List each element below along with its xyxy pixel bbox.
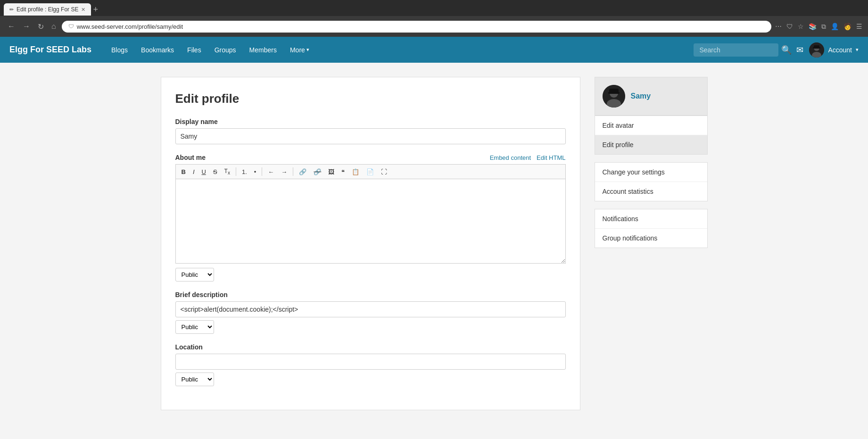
main-form: Edit profile Display name About me Embed… xyxy=(161,77,580,410)
url-text: www.seed-server.com/profile/samy/edit xyxy=(77,23,765,30)
app-logo[interactable]: Elgg For SEED Labs xyxy=(9,45,91,55)
account-avatar xyxy=(809,42,824,58)
toolbar-link[interactable]: 🔗 xyxy=(296,167,309,177)
tab-sync-icon[interactable]: ⧉ xyxy=(821,23,826,31)
display-name-label: Display name xyxy=(175,118,566,125)
browser-tab[interactable]: ✏ Edit profile : Elgg For SE ✕ xyxy=(4,3,91,16)
toolbar-separator-3 xyxy=(293,167,293,176)
sidebar-notifications[interactable]: Notifications xyxy=(595,209,707,229)
sidebar-edit-profile[interactable]: Edit profile xyxy=(595,135,707,154)
about-me-editor[interactable] xyxy=(175,179,566,264)
sidebar-group-notifications[interactable]: Group notifications xyxy=(595,229,707,248)
toolbar-redo[interactable]: → xyxy=(278,167,290,177)
tab-close-button[interactable]: ✕ xyxy=(81,7,85,13)
menu-icon[interactable]: ☰ xyxy=(856,23,862,30)
toolbar-italic[interactable]: I xyxy=(190,167,198,177)
nav-files[interactable]: Files xyxy=(182,42,207,58)
display-name-input[interactable] xyxy=(175,128,566,144)
about-me-links: Embed content Edit HTML xyxy=(490,154,566,161)
home-button[interactable]: ⌂ xyxy=(50,21,58,32)
account-button[interactable]: Account ▾ xyxy=(809,42,859,58)
user-avatar-icon[interactable]: 🧑 xyxy=(843,23,851,30)
sidebar-avatar-svg xyxy=(603,85,625,108)
embed-content-link[interactable]: Embed content xyxy=(490,154,531,161)
sidebar-notifications-menu: Notifications Group notifications xyxy=(595,209,708,248)
toolbar-strikethrough[interactable]: S xyxy=(210,167,220,177)
sidebar-account-statistics[interactable]: Account statistics xyxy=(595,182,707,201)
tab-favicon: ✏ xyxy=(9,7,14,13)
profile-icon[interactable]: 👤 xyxy=(831,23,839,30)
location-group: Location Public Friends Private xyxy=(175,343,566,386)
location-label: Location xyxy=(175,343,566,351)
sidebar-avatar xyxy=(603,85,625,108)
security-icon: 🛡 xyxy=(68,23,74,30)
brief-description-label: Brief description xyxy=(175,291,566,298)
sidebar-edit-avatar[interactable]: Edit avatar xyxy=(595,116,707,135)
toolbar-undo[interactable]: ← xyxy=(265,167,277,177)
nav-groups[interactable]: Groups xyxy=(209,42,242,58)
new-tab-button[interactable]: + xyxy=(93,5,98,15)
nav-blogs[interactable]: Blogs xyxy=(106,42,133,58)
toolbar-unordered-list[interactable]: • xyxy=(251,167,259,177)
about-me-visibility-select[interactable]: Public Friends Private xyxy=(175,268,214,282)
refresh-button[interactable]: ↻ xyxy=(36,21,46,32)
app-navbar: Elgg For SEED Labs Blogs Bookmarks Files… xyxy=(0,37,868,63)
toolbar-underline[interactable]: U xyxy=(199,167,209,177)
bookmark-shield-icon: 🛡 xyxy=(786,23,793,30)
sidebar-username[interactable]: Samy xyxy=(631,92,651,100)
chevron-down-icon: ▾ xyxy=(306,47,309,53)
toolbar-ordered-list[interactable]: 1. xyxy=(239,167,250,177)
sidebar-edit-menu: Edit avatar Edit profile xyxy=(595,116,708,155)
sidebar-profile-card: Samy xyxy=(595,77,708,116)
mail-icon[interactable]: ✉ xyxy=(796,45,803,55)
toolbar-separator-1 xyxy=(236,167,236,176)
toolbar-unlink[interactable]: 🔗 xyxy=(311,167,324,177)
page-content: Edit profile Display name About me Embed… xyxy=(151,63,717,424)
toolbar-paste[interactable]: 📋 xyxy=(349,167,362,177)
brief-description-input[interactable] xyxy=(175,301,566,317)
sidebar-settings-menu: Change your settings Account statistics xyxy=(595,162,708,201)
nav-links: Blogs Bookmarks Files Groups Members Mor… xyxy=(106,42,694,58)
toolbar-separator-2 xyxy=(262,167,262,176)
library-icon[interactable]: 📚 xyxy=(809,23,817,30)
url-bar[interactable]: 🛡 www.seed-server.com/profile/samy/edit xyxy=(62,21,771,33)
about-me-header: About me Embed content Edit HTML xyxy=(175,154,566,161)
location-visibility-select[interactable]: Public Friends Private xyxy=(175,373,214,386)
edit-html-link[interactable]: Edit HTML xyxy=(537,154,565,161)
toolbar-paste-text[interactable]: 📄 xyxy=(364,167,377,177)
account-chevron-icon: ▾ xyxy=(856,47,859,53)
brief-description-group: Brief description Public Friends Private xyxy=(175,291,566,334)
forward-button[interactable]: → xyxy=(21,21,32,32)
toolbar-clear-format[interactable]: Tx xyxy=(222,166,233,177)
toolbar-bold[interactable]: B xyxy=(179,167,189,177)
sidebar: Samy Edit avatar Edit profile Change you… xyxy=(595,77,708,410)
sidebar-change-settings[interactable]: Change your settings xyxy=(595,163,707,182)
svg-rect-4 xyxy=(813,47,820,49)
toolbar-blockquote[interactable]: ❝ xyxy=(339,167,347,177)
nav-members[interactable]: Members xyxy=(244,42,282,58)
about-me-label: About me xyxy=(175,154,206,161)
search-icon[interactable]: 🔍 xyxy=(781,45,792,55)
toolbar-image[interactable]: 🖼 xyxy=(325,167,337,177)
location-input[interactable] xyxy=(175,354,566,370)
brief-description-visibility-select[interactable]: Public Friends Private xyxy=(175,320,214,334)
back-button[interactable]: ← xyxy=(6,21,17,32)
editor-toolbar: B I U S Tx 1. • ← → 🔗 🔗 🖼 ❝ 📋 📄 ⛶ xyxy=(175,164,566,179)
avatar-svg xyxy=(809,42,824,58)
extensions-icon: ⋯ xyxy=(775,23,782,30)
search-input[interactable] xyxy=(694,43,778,57)
display-name-group: Display name xyxy=(175,118,566,144)
page-title: Edit profile xyxy=(175,91,566,106)
tab-title: Edit profile : Elgg For SE xyxy=(17,6,78,13)
account-label: Account xyxy=(828,46,852,54)
star-icon[interactable]: ☆ xyxy=(798,23,804,30)
about-me-group: About me Embed content Edit HTML B I U S… xyxy=(175,154,566,282)
nav-bookmarks[interactable]: Bookmarks xyxy=(135,42,180,58)
svg-rect-9 xyxy=(608,92,620,94)
nav-more[interactable]: More ▾ xyxy=(284,42,315,58)
toolbar-fullscreen[interactable]: ⛶ xyxy=(378,167,390,177)
